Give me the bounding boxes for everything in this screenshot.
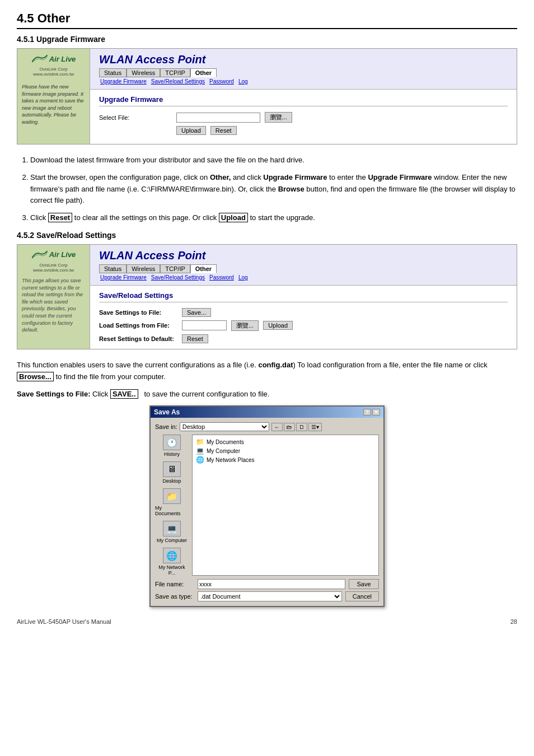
subsection1-title: 4.5.1 Upgrade Firmware: [17, 35, 517, 44]
sidebar-desktop[interactable]: 🖥 Desktop: [162, 461, 181, 484]
save-reload-form: Save Settings to File: Save... Load Sett…: [99, 308, 508, 343]
sidebar-mydocs-label: My Documents: [155, 505, 189, 516]
history-icon: 🕐: [163, 435, 181, 450]
upload-reset-row: Upload Reset: [99, 126, 508, 135]
panel2-right: WLAN Access Point Status Wireless TCP/IP…: [90, 245, 517, 349]
nav2-link-upgrade[interactable]: Upgrade Firmware: [100, 274, 147, 281]
nav-link-savereload[interactable]: Save/Reload Settings: [151, 78, 205, 85]
dialog-title: Save As: [154, 408, 180, 416]
new-folder-btn[interactable]: 🗋: [296, 423, 307, 431]
panel2-side-note: This page allows you save current settin…: [22, 277, 85, 334]
load-file-input[interactable]: [182, 320, 227, 330]
dialog-close-btn[interactable]: ✕: [372, 409, 380, 416]
select-file-input[interactable]: [176, 113, 260, 123]
panel2-header: WLAN Access Point Status Wireless TCP/IP…: [90, 245, 517, 286]
panel2-nav-tabs: Status Wireless TCP/IP Other: [99, 264, 508, 273]
page-footer: AirLive WL-5450AP User's Manual 28: [17, 618, 517, 625]
mycomputer-file-icon: 💻: [196, 447, 204, 455]
nav2-tab-tcpip[interactable]: TCP/IP: [160, 264, 190, 273]
dialog-titlebar-buttons: ? ✕: [363, 409, 380, 416]
save-settings-btn[interactable]: Save...: [182, 308, 211, 317]
nav-tab-other[interactable]: Other: [190, 68, 217, 77]
sidebar-mycomputer[interactable]: 💻 My Computer: [157, 521, 187, 543]
nav-link-upgrade[interactable]: Upgrade Firmware: [100, 78, 147, 85]
desktop-icon: 🖥: [163, 461, 181, 477]
sidebar-mycomputer-label: My Computer: [157, 538, 187, 543]
panel1-left: Air Live OvisLink Corpwww.ovislink.com.t…: [17, 49, 90, 144]
reset-button-2[interactable]: Reset: [182, 334, 208, 343]
dialog-main: 🕐 History 🖥 Desktop 📁 My Documents 💻 My …: [155, 435, 379, 576]
save-in-select[interactable]: Desktop: [180, 422, 269, 431]
panel2-left: Air Live OvisLink Corpwww.ovislink.com.t…: [17, 245, 90, 349]
save-settings-row: Save Settings to File: Save...: [99, 308, 508, 317]
instruction-1: Download the latest firmware from your d…: [30, 155, 517, 166]
select-file-row: Select File: 瀏覽...: [99, 112, 508, 123]
up-btn[interactable]: 🗁: [284, 423, 295, 431]
nav-tab-wireless[interactable]: Wireless: [127, 68, 160, 77]
upload-button-2[interactable]: Upload: [263, 321, 293, 330]
nav-tab-tcpip[interactable]: TCP/IP: [160, 68, 190, 77]
file-item-mydocs[interactable]: 📁 My Documents: [195, 437, 376, 446]
panel1-right: WLAN Access Point Status Wireless TCP/IP…: [90, 49, 517, 144]
dialog-help-btn[interactable]: ?: [363, 409, 371, 416]
nav2-link-log[interactable]: Log: [238, 274, 248, 281]
section-title: 4.5 Other: [17, 11, 517, 29]
dialog-titlebar: Save As ? ✕: [151, 407, 383, 418]
upgrade-firmware-panel: Air Live OvisLink Corpwww.ovislink.com.t…: [17, 48, 517, 144]
nav2-tab-other[interactable]: Other: [190, 264, 217, 273]
mydocs-file-icon: 📁: [196, 438, 204, 446]
filename-input[interactable]: [198, 579, 345, 589]
upload-button-1[interactable]: Upload: [176, 126, 206, 135]
reset-settings-row: Reset Settings to Default: Reset: [99, 334, 508, 343]
browse-button-2[interactable]: 瀏覽...: [231, 320, 259, 331]
sidebar-mydocs[interactable]: 📁 My Documents: [155, 488, 189, 516]
saveastype-select[interactable]: .dat Document: [198, 591, 342, 601]
back-btn[interactable]: ←: [271, 423, 283, 431]
mynetwork-file-icon: 🌐: [196, 456, 204, 464]
sidebar-history[interactable]: 🕐 History: [163, 435, 181, 457]
filename-row: File name: Save: [155, 579, 379, 589]
save-file-label: Save Settings to File:: [17, 390, 90, 398]
sidebar-desktop-label: Desktop: [162, 478, 181, 484]
save-as-dialog: Save As ? ✕ Save in: Desktop ← 🗁 🗋 ☰▾: [149, 405, 385, 607]
instruction-3-text: Click Reset to clear all the settings on…: [30, 213, 315, 222]
reset-button-1[interactable]: Reset: [210, 126, 237, 135]
save-reload-panel: Air Live OvisLink Corpwww.ovislink.com.t…: [17, 244, 517, 349]
panel1-header: WLAN Access Point Status Wireless TCP/IP…: [90, 49, 517, 90]
nav2-link-password[interactable]: Password: [209, 274, 234, 281]
sidebar-mynetwork[interactable]: 🌐 My Network P...: [155, 548, 189, 576]
dialog-footer: File name: Save Save as type: .dat Docum…: [155, 579, 379, 601]
sidebar-mynetwork-label: My Network P...: [155, 564, 189, 576]
file-item-mynetwork[interactable]: 🌐 My Network Places: [195, 455, 376, 464]
save-settings-label: Save Settings to File:: [99, 309, 177, 316]
saveastype-row: Save as type: .dat Document Cancel: [155, 591, 379, 601]
browse-button-1[interactable]: 瀏覽...: [265, 112, 292, 123]
nav2-tab-status[interactable]: Status: [99, 264, 127, 273]
mycomputer-file-label: My Computer: [207, 448, 240, 454]
airlive-logo-2: Air Live: [31, 249, 76, 260]
dialog-save-btn[interactable]: Save: [349, 579, 379, 589]
nav2-tab-wireless[interactable]: Wireless: [127, 264, 160, 273]
save-as-dialog-container: Save As ? ✕ Save in: Desktop ← 🗁 🗋 ☰▾: [17, 405, 517, 607]
mycomputer-icon: 💻: [163, 521, 181, 536]
footer-left: AirLive WL-5450AP User's Manual: [17, 618, 111, 625]
logo-text-2: Air Live: [49, 250, 76, 259]
file-item-mycomputer[interactable]: 💻 My Computer: [195, 446, 376, 455]
panel2-content-title: Save/Reload Settings: [99, 291, 508, 302]
dialog-file-area: 📁 My Documents 💻 My Computer 🌐 My Networ…: [192, 435, 379, 576]
dialog-sidebar: 🕐 History 🖥 Desktop 📁 My Documents 💻 My …: [155, 435, 189, 576]
nav2-link-savereload[interactable]: Save/Reload Settings: [151, 274, 205, 281]
save-box-label[interactable]: SAVE..: [110, 389, 138, 399]
dialog-body: Save in: Desktop ← 🗁 🗋 ☰▾ 🕐 History: [151, 418, 383, 606]
panel1-wlan-title: WLAN Access Point: [99, 53, 508, 66]
nav-link-log[interactable]: Log: [238, 78, 248, 85]
view-btn[interactable]: ☰▾: [308, 423, 322, 431]
instruction-1-text: Download the latest firmware from your d…: [30, 156, 305, 164]
nav-tab-status[interactable]: Status: [99, 68, 127, 77]
nav-link-password[interactable]: Password: [209, 78, 234, 85]
instruction-2: Start the browser, open the configuratio…: [30, 172, 517, 207]
save-file-line: Save Settings to File: Click SAVE.. to s…: [17, 389, 517, 400]
save-in-label: Save in:: [155, 423, 177, 430]
dialog-cancel-btn[interactable]: Cancel: [345, 591, 379, 601]
save-file-instruction-text: to save the current configuration to fil…: [144, 390, 269, 398]
